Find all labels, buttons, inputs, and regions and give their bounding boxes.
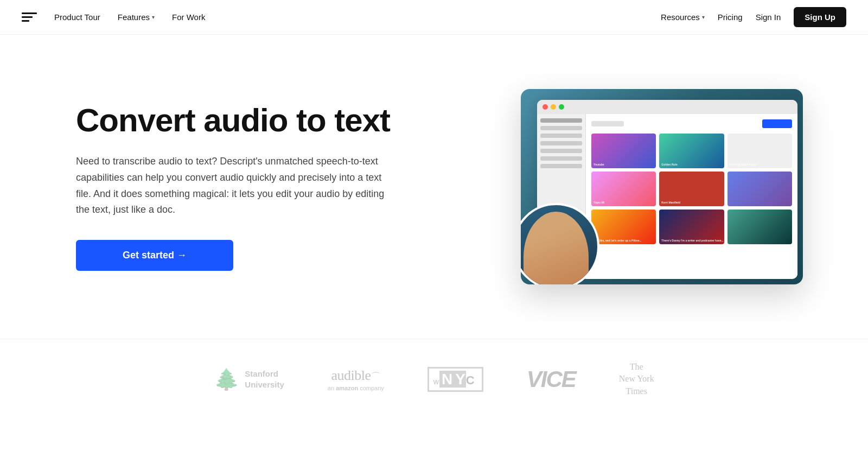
mockup-title xyxy=(591,121,624,126)
mockup-card: was like, well let's order up a Pillow..… xyxy=(591,210,656,244)
features-chevron-icon: ▾ xyxy=(152,14,155,20)
mockup-card xyxy=(727,172,792,206)
logo-vice: VICE xyxy=(527,366,576,392)
sidebar-mock-item xyxy=(540,118,582,123)
nav-features[interactable]: Features ▾ xyxy=(118,12,155,22)
mockup-card: Descript Black Voice xyxy=(727,134,792,168)
nav-product-tour[interactable]: Product Tour xyxy=(54,12,100,22)
hero-content: Convert audio to text Need to transcribe… xyxy=(76,103,391,271)
mockup-new-btn xyxy=(762,119,792,128)
hero-section: Convert audio to text Need to transcribe… xyxy=(0,35,868,339)
close-dot xyxy=(542,104,548,110)
mockup-card: Kerri Manifield xyxy=(659,172,724,206)
logo-wnyc: wNYC xyxy=(427,367,483,392)
logo-stanford: 🌲 Stanford University xyxy=(214,367,284,391)
mockup-titlebar xyxy=(537,100,797,114)
logo-icon xyxy=(22,10,37,25)
sidebar-mock-item xyxy=(540,164,582,168)
mockup-grid: Youtube Golden Rule Descript Black Voice… xyxy=(591,134,792,244)
mockup-card: Golden Rule xyxy=(659,134,724,168)
mockup-card: Youtube xyxy=(591,134,656,168)
logo-nyt: TheNew YorkTimes xyxy=(619,361,654,397)
signin-button[interactable]: Sign In xyxy=(756,12,781,22)
nav-resources[interactable]: Resources ▾ xyxy=(661,12,705,22)
nav-for-work[interactable]: For Work xyxy=(172,12,205,22)
signup-button[interactable]: Sign Up xyxy=(794,7,846,27)
hero-image: Youtube Golden Rule Descript Black Voice… xyxy=(521,89,803,284)
logos-section: 🌲 Stanford University audible⌒ an amazon… xyxy=(0,339,868,430)
logo[interactable] xyxy=(22,10,37,25)
get-started-button[interactable]: Get started → xyxy=(76,240,233,271)
mockup-main: Youtube Golden Rule Descript Black Voice… xyxy=(586,114,797,279)
mockup-toolbar xyxy=(591,119,792,128)
logo-audible: audible⌒ an amazon company xyxy=(328,367,384,391)
minimize-dot xyxy=(551,104,556,110)
nav-pricing[interactable]: Pricing xyxy=(718,12,743,22)
sidebar-mock-item xyxy=(540,126,582,130)
expand-dot xyxy=(559,104,564,110)
sidebar-mock-item xyxy=(540,149,582,153)
person-silhouette xyxy=(524,212,589,284)
sidebar-mock-item xyxy=(540,134,582,138)
sidebar-mock-item xyxy=(540,156,582,161)
mockup-card xyxy=(727,210,792,244)
hero-title: Convert audio to text xyxy=(76,103,391,138)
mockup-card: Topic 06 xyxy=(591,172,656,206)
sidebar-mock-item xyxy=(540,141,582,145)
resources-chevron-icon: ▾ xyxy=(702,14,705,20)
mockup-card: There's Danny I'm a writer and podcaster… xyxy=(659,210,724,244)
hero-description: Need to transcribe audio to text? Descri… xyxy=(76,154,391,218)
navbar: Product Tour Features ▾ For Work Resourc… xyxy=(0,0,868,35)
